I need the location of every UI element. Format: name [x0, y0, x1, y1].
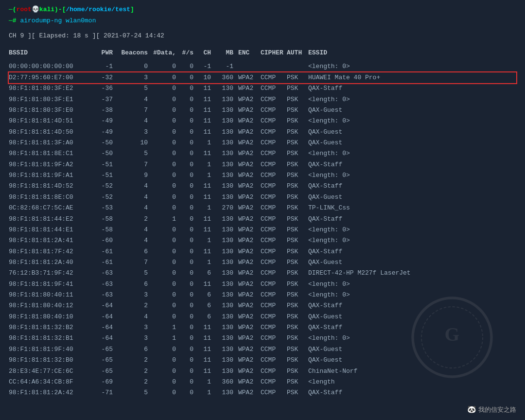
table-row: 98:F1:81:81:8E:C0-5240011130WPA2CCMPPSKQ… [9, 192, 516, 203]
col-enc-cell: WPA2 [238, 203, 261, 213]
table-row: 98:F1:81:81:44:E1-5840011130WPA2CCMPPSK<… [9, 225, 516, 235]
col-essid-cell: QAX-Staff [308, 214, 516, 225]
col-ch-cell: 11 [198, 355, 216, 366]
col-ch-cell: 1 [198, 257, 216, 268]
col-mb-cell: 130 [216, 257, 238, 268]
col-auth-cell: PSK [287, 290, 308, 300]
col-cipher-cell: CCMP [261, 105, 287, 116]
col-essid-cell: QAX-Staff [308, 181, 516, 192]
col-data-cell: 0 [153, 290, 179, 300]
col-mb-cell: 130 [216, 268, 238, 279]
col-bssid-cell: 98:F1:81:81:9F:A2 [9, 159, 92, 170]
col-enc-cell: WPA2 [238, 279, 261, 290]
col-cipher-cell: CCMP [261, 72, 287, 83]
col-auth-cell: PSK [287, 387, 308, 398]
prompt-hostname: kali [39, 6, 54, 13]
col-beacons-cell: 6 [118, 246, 153, 257]
brand-text: 我的信安之路 [478, 406, 516, 413]
col-data-cell: 0 [153, 225, 179, 235]
col-auth-cell: PSK [287, 159, 308, 170]
col-ch-cell: 11 [198, 192, 216, 203]
col-ch-cell: 11 [198, 225, 216, 235]
col-pwr-cell: -58 [92, 225, 118, 235]
col-cipher-cell: CCMP [261, 377, 287, 387]
col-data-cell: 0 [153, 61, 179, 72]
col-auth-cell: PSK [287, 127, 308, 138]
col-bssid-cell: 98:F1:81:81:8E:C1 [9, 148, 92, 159]
col-hs-cell: 0 [179, 333, 198, 344]
col-header-data: #Data, [153, 48, 179, 58]
col-hs-cell: 0 [179, 138, 198, 148]
col-hs-cell: 0 [179, 290, 198, 300]
col-essid-cell: <length: 0> [308, 94, 516, 105]
table-row: 98:F1:81:81:8E:C1-5050011130WPA2CCMPPSK<… [9, 148, 516, 159]
col-auth-cell: PSK [287, 246, 308, 257]
col-data-cell: 0 [153, 268, 179, 279]
col-ch-cell: 6 [198, 290, 216, 300]
col-cipher-cell: CCMP [261, 225, 287, 235]
col-data-cell: 0 [153, 312, 179, 322]
col-cipher-cell: CCMP [261, 300, 287, 311]
col-bssid-cell: CC:64:A6:34:CB:8F [9, 377, 92, 387]
skull-icon: 💀 [32, 6, 39, 13]
col-auth-cell: PSK [287, 333, 308, 344]
col-pwr-cell: -61 [92, 246, 118, 257]
col-bssid-cell: 98:F1:81:81:2A:42 [9, 387, 92, 398]
col-mb-cell: 130 [216, 246, 238, 257]
col-enc-cell: WPA2 [238, 366, 261, 377]
table-row: 00:00:00:00:00:00-1000-1-1<length: 0> [9, 61, 516, 72]
table-row: 98:F1:81:81:4D:52-5240011130WPA2CCMPPSKQ… [9, 181, 516, 192]
col-cipher-cell: CCMP [261, 159, 287, 170]
col-hs-cell: 0 [179, 159, 198, 170]
col-auth-cell: PSK [287, 366, 308, 377]
col-beacons-cell: 3 [118, 72, 153, 83]
col-data-cell: 1 [153, 214, 179, 225]
col-beacons-cell: 4 [118, 116, 153, 126]
table-header: BSSID PWR Beacons #Data, #/s CH MB ENC C… [9, 48, 516, 58]
col-pwr-cell: -61 [92, 257, 118, 268]
col-hs-cell: 0 [179, 300, 198, 311]
col-auth-cell: PSK [287, 181, 308, 192]
prompt-line-2: ─# airodump-ng wlan0mon [9, 16, 516, 26]
col-pwr-cell: -51 [92, 159, 118, 170]
col-ch-cell: 1 [198, 377, 216, 387]
col-data-cell: 0 [153, 246, 179, 257]
col-cipher-cell: CCMP [261, 312, 287, 322]
col-pwr-cell: -65 [92, 366, 118, 377]
col-bssid-cell: 98:F1:81:81:4D:51 [9, 116, 92, 126]
col-bssid-cell: 98:F1:81:81:4D:52 [9, 181, 92, 192]
col-cipher-cell: CCMP [261, 83, 287, 94]
col-ch-cell: -1 [198, 61, 216, 72]
col-mb-cell: 130 [216, 366, 238, 377]
col-beacons-cell: 2 [118, 300, 153, 311]
col-auth-cell: PSK [287, 94, 308, 105]
col-auth-cell: PSK [287, 203, 308, 213]
col-header-cipher: CIPHER [261, 48, 287, 58]
col-ch-cell: 11 [198, 246, 216, 257]
col-ch-cell: 1 [198, 235, 216, 246]
col-mb-cell: 130 [216, 170, 238, 181]
col-enc-cell: WPA2 [238, 300, 261, 311]
col-pwr-cell: -58 [92, 214, 118, 225]
col-pwr-cell: -65 [92, 355, 118, 366]
col-cipher-cell: CCMP [261, 387, 287, 398]
table-row: 98:F1:81:81:2A:42-715001130WPA2CCMPPSKQA… [9, 387, 516, 398]
col-hs-cell: 0 [179, 170, 198, 181]
col-data-cell: 0 [153, 148, 179, 159]
col-enc-cell: WPA2 [238, 159, 261, 170]
col-auth-cell: PSK [287, 105, 308, 116]
col-cipher-cell: CCMP [261, 138, 287, 148]
table-row: 98:F1:81:81:9F:41-6360011130WPA2CCMPPSK<… [9, 279, 516, 290]
col-pwr-cell: -52 [92, 192, 118, 203]
col-bssid-cell: 98:F1:81:81:32:B2 [9, 322, 92, 333]
col-ch-cell: 6 [198, 268, 216, 279]
col-auth-cell: PSK [287, 148, 308, 159]
col-ch-cell: 11 [198, 344, 216, 355]
col-data-cell: 0 [153, 387, 179, 398]
table-row: 98:F1:81:81:4D:50-4930011130WPA2CCMPPSKQ… [9, 127, 516, 138]
col-hs-cell: 0 [179, 387, 198, 398]
col-pwr-cell: -32 [92, 72, 118, 83]
prompt-hash: ─# [9, 16, 20, 26]
col-hs-cell: 0 [179, 116, 198, 126]
col-pwr-cell: -38 [92, 105, 118, 116]
